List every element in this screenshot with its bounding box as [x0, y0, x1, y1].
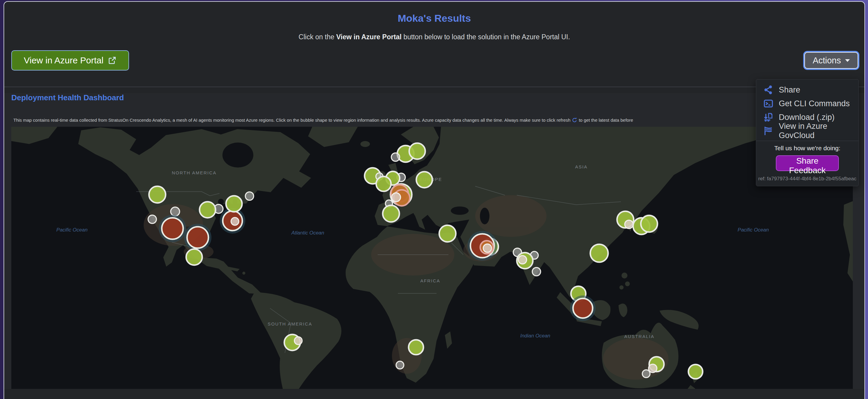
region-bubble-critical[interactable] [573, 298, 593, 318]
region-bubble-healthy[interactable] [226, 196, 242, 212]
feedback-prompt: Tell us how we're doing: [756, 145, 859, 152]
dashboard-section: Deployment Health Dashboard This map con… [4, 93, 864, 389]
view-in-azure-portal-label: View in Azure Portal [24, 55, 103, 65]
subtitle-text: Click on the [299, 33, 336, 41]
continent-label: AUSTRALIA [624, 334, 654, 339]
menu-item-share[interactable]: Share [756, 83, 859, 97]
ocean-label: Atlantic Ocean [291, 230, 324, 236]
region-bubble-unknown[interactable] [148, 215, 156, 224]
description-text: This map contains real-time data collect… [13, 117, 570, 122]
continent-label: NORTH AMERICA [172, 170, 217, 175]
ocean-label: Pacific Ocean [738, 227, 769, 233]
region-bubble-unknown[interactable] [391, 153, 400, 161]
region-bubble-info[interactable] [294, 337, 302, 345]
menu-item-view-in-azure-govcloud[interactable]: View in Azure GovCloud [756, 124, 859, 138]
region-bubble-healthy[interactable] [149, 186, 166, 203]
caret-down-icon [845, 59, 850, 62]
region-bubble-info[interactable] [518, 256, 527, 264]
region-bubble-healthy[interactable] [688, 365, 703, 379]
description-text: to get the latest data before [579, 117, 633, 122]
region-bubble-healthy[interactable] [199, 202, 216, 218]
download-icon [763, 112, 773, 122]
continent-label: AFRICA [420, 278, 440, 283]
refresh-icon[interactable] [571, 117, 578, 123]
menu-item-get-cli-commands[interactable]: Get CLI Commands [756, 97, 859, 110]
region-bubble-info[interactable] [483, 244, 492, 252]
ocean-label: Pacific Ocean [57, 227, 88, 233]
app-background: Moka's Results Click on the View in Azur… [0, 0, 868, 399]
region-bubble-unknown[interactable] [532, 267, 540, 276]
region-bubble-healthy[interactable] [590, 244, 608, 262]
subtitle-text: button below to load the solution in the… [401, 33, 570, 41]
region-bubble-healthy[interactable] [376, 176, 391, 191]
region-bubble-unknown[interactable] [171, 207, 180, 216]
region-bubble-healthy[interactable] [416, 172, 432, 188]
region-bubble-critical[interactable] [162, 218, 183, 239]
deployment-map: NORTH AMERICASOUTH AMERICAEUROPEAFRICAAS… [11, 127, 853, 389]
dashboard-heading: Deployment Health Dashboard [11, 93, 864, 102]
actions-menu: Share Get CLI Commands Download (.zip) [756, 79, 859, 186]
region-bubble-healthy[interactable] [641, 216, 657, 232]
menu-item-label: Get CLI Commands [779, 99, 850, 108]
flag-icon [763, 126, 773, 136]
region-bubble-healthy[interactable] [439, 225, 456, 242]
share-icon [763, 85, 773, 95]
region-bubble-unknown[interactable] [396, 361, 404, 369]
ocean-label: Indian Ocean [520, 333, 550, 339]
actions-button-label: Actions [813, 56, 841, 65]
region-bubble-healthy[interactable] [409, 340, 424, 355]
reference-id: ref: fa797973-444f-4bf4-8e1b-2b4f55afbea… [756, 176, 859, 182]
menu-item-label: Download (.zip) [779, 113, 835, 122]
region-bubble-info[interactable] [231, 218, 239, 225]
view-in-azure-portal-button[interactable]: View in Azure Portal [11, 50, 129, 70]
subtitle-bold-text: View in Azure Portal [336, 33, 402, 41]
world-map: NORTH AMERICASOUTH AMERICAEUROPEAFRICAAS… [11, 127, 853, 389]
continent-label: SOUTH AMERICA [268, 321, 312, 326]
share-feedback-button[interactable]: Share Feedback [776, 155, 839, 171]
actions-dropdown-button[interactable]: Actions [804, 52, 858, 69]
dashboard-description: This map contains real-time data collect… [13, 117, 853, 123]
results-panel: Moka's Results Click on the View in Azur… [4, 1, 865, 399]
region-bubble-critical[interactable] [187, 227, 209, 248]
page-subtitle: Click on the View in Azure Portal button… [4, 33, 864, 41]
menu-divider [756, 141, 859, 141]
region-bubble-healthy[interactable] [409, 143, 425, 159]
region-bubble-unknown[interactable] [642, 370, 650, 377]
menu-item-label: View in Azure GovCloud [779, 122, 853, 140]
section-divider [4, 87, 864, 87]
continent-label: ASIA [575, 164, 588, 169]
region-bubble-info[interactable] [625, 220, 633, 229]
terminal-icon [763, 98, 773, 109]
region-bubble-healthy[interactable] [383, 205, 399, 222]
page-title: Moka's Results [4, 12, 864, 24]
region-bubble-healthy[interactable] [186, 249, 202, 265]
region-bubble-info[interactable] [392, 193, 401, 202]
button-row: View in Azure Portal Actions [11, 50, 858, 70]
menu-item-label: Share [779, 85, 800, 95]
external-link-icon [107, 56, 117, 65]
region-bubble-unknown[interactable] [245, 192, 254, 200]
